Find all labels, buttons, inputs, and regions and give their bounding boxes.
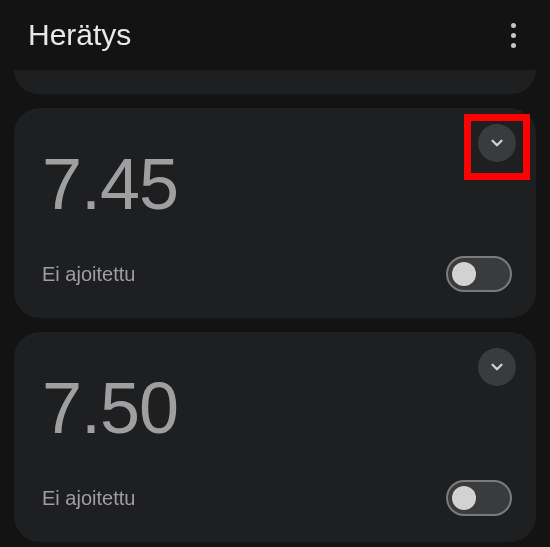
alarm-toggle[interactable] [446, 480, 512, 516]
alarm-card-partial [14, 70, 536, 94]
alarm-footer: Ei ajoitettu [42, 256, 512, 292]
alarm-card: 7.45 Ei ajoitettu [14, 108, 536, 318]
alarm-status: Ei ajoitettu [42, 263, 135, 286]
alarm-toggle[interactable] [446, 256, 512, 292]
app-header: Herätys [0, 0, 550, 70]
alarm-time[interactable]: 7.45 [42, 148, 512, 220]
chevron-down-icon [488, 358, 506, 376]
alarm-footer: Ei ajoitettu [42, 480, 512, 516]
page-title: Herätys [28, 18, 131, 52]
toggle-thumb [452, 262, 476, 286]
alarm-list: 7.45 Ei ajoitettu 7.50 Ei ajoitettu [0, 70, 550, 542]
expand-button[interactable] [478, 124, 516, 162]
chevron-down-icon [488, 134, 506, 152]
alarm-status: Ei ajoitettu [42, 487, 135, 510]
expand-button[interactable] [478, 348, 516, 386]
toggle-thumb [452, 486, 476, 510]
alarm-time[interactable]: 7.50 [42, 372, 512, 444]
alarm-card: 7.50 Ei ajoitettu [14, 332, 536, 542]
more-options-icon[interactable] [498, 20, 528, 50]
